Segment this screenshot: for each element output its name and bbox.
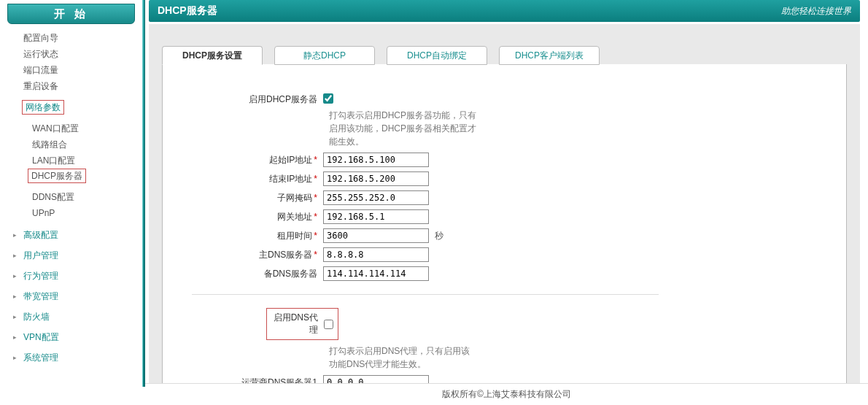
nav-section-network[interactable]: 网络参数 [22, 100, 64, 115]
nav-section-system[interactable]: 系统管理 [7, 350, 142, 366]
label-end-ip: 结束IP地址 [269, 174, 312, 184]
nav-sub-upnp[interactable]: UPnP [7, 205, 142, 221]
nav-sub-ddns[interactable]: DDNS配置 [7, 189, 142, 205]
nav-sub-wan[interactable]: WAN口配置 [7, 120, 142, 136]
label-start-ip: 起始IP地址 [269, 155, 312, 165]
tab-auto-bind[interactable]: DHCP自动绑定 [387, 46, 487, 65]
input-mask[interactable] [323, 190, 429, 205]
label-dns1: 主DNS服务器 [259, 250, 312, 260]
footer-copyright: 版权所有©上海艾泰科技有限公司 [145, 383, 868, 405]
slogan: 助您轻松连接世界 [781, 5, 851, 18]
nav-section-behavior[interactable]: 行为管理 [7, 268, 142, 284]
input-end-ip[interactable] [323, 171, 429, 186]
input-dns1[interactable] [323, 247, 429, 262]
tab-client-list[interactable]: DHCP客户端列表 [499, 46, 600, 65]
input-lease[interactable] [323, 228, 429, 243]
tab-dhcp-settings[interactable]: DHCP服务设置 [162, 46, 263, 65]
label-enable-dhcp: 启用DHCP服务器 [228, 93, 323, 106]
header-bar: DHCP服务器 助您轻松连接世界 [149, 0, 860, 22]
nav-section-advanced[interactable]: 高级配置 [7, 227, 142, 243]
checkbox-dns-proxy[interactable] [324, 320, 333, 329]
nav-sub-line[interactable]: 线路组合 [7, 136, 142, 153]
nav-sub-lan[interactable]: LAN口配置 [7, 153, 142, 169]
help-enable-dhcp: 打勾表示启用DHCP服务器功能，只有启用该功能，DHCP服务器相关配置才能生效。 [228, 109, 476, 148]
nav-section-vpn[interactable]: VPN配置 [7, 329, 142, 345]
input-start-ip[interactable] [323, 153, 429, 167]
dns-proxy-highlight: 启用DNS代理 [266, 308, 338, 340]
help-dns-proxy: 打勾表示启用DNS代理，只有启用该功能DNS代理才能生效。 [228, 344, 476, 371]
label-isp-dns1: 运营商DNS服务器1 [228, 377, 323, 384]
tab-bar: DHCP服务设置 静态DHCP DHCP自动绑定 DHCP客户端列表 [162, 46, 847, 65]
nav-sub-dhcp[interactable]: DHCP服务器 [28, 169, 86, 183]
input-isp-dns1[interactable] [323, 375, 429, 383]
settings-panel: 启用DHCP服务器 打勾表示启用DHCP服务器功能，只有启用该功能，DHCP服务… [162, 64, 847, 383]
label-lease: 租用时间 [277, 231, 312, 241]
page-title: DHCP服务器 [158, 4, 217, 18]
nav-item-reboot[interactable]: 重启设备 [7, 78, 142, 94]
label-gateway: 网关地址 [277, 212, 312, 222]
start-banner: 开 始 [7, 4, 135, 24]
nav-section-firewall[interactable]: 防火墙 [7, 309, 142, 325]
nav-menu: 配置向导 运行状态 端口流量 重启设备 [7, 30, 142, 94]
nav-section-bandwidth[interactable]: 带宽管理 [7, 288, 142, 304]
content-area: DHCP服务器 助您轻松连接世界 DHCP服务设置 静态DHCP DHCP自动绑… [145, 0, 868, 405]
unit-seconds: 秒 [435, 230, 443, 242]
divider [192, 294, 659, 295]
input-gateway[interactable] [323, 209, 429, 224]
input-dns2[interactable] [323, 266, 429, 281]
nav-item-traffic[interactable]: 端口流量 [7, 62, 142, 78]
label-dns-proxy: 启用DNS代理 [271, 312, 324, 336]
label-dns2: 备DNS服务器 [228, 268, 323, 280]
checkbox-enable-dhcp[interactable] [323, 93, 333, 104]
nav-section-user[interactable]: 用户管理 [7, 247, 142, 263]
label-mask: 子网掩码 [277, 193, 312, 203]
nav-item-status[interactable]: 运行状态 [7, 46, 142, 62]
nav-item-wizard[interactable]: 配置向导 [7, 30, 142, 46]
main-area: DHCP服务设置 静态DHCP DHCP自动绑定 DHCP客户端列表 启用DHC… [149, 24, 860, 383]
tab-static-dhcp[interactable]: 静态DHCP [274, 46, 375, 65]
sidebar: 开 始 配置向导 运行状态 端口流量 重启设备 网络参数 WAN口配置 线路组合… [0, 0, 142, 405]
